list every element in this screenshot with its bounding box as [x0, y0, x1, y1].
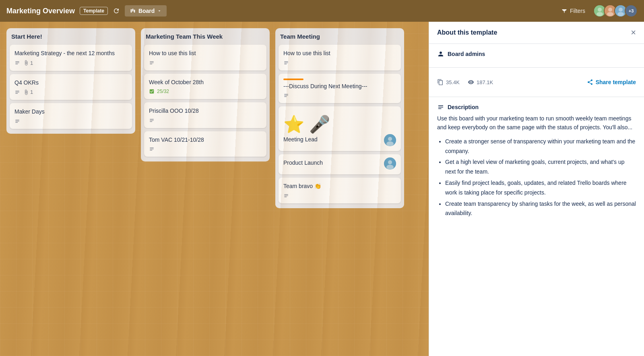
- views-value: 187.1K: [477, 79, 493, 85]
- board-label: Board: [138, 8, 155, 14]
- filters-label: Filters: [570, 8, 585, 14]
- card-footer: [149, 146, 262, 152]
- avatar-img: [384, 157, 396, 170]
- description-text: Use this board with your marketing team …: [437, 114, 636, 132]
- copy-icon: [437, 79, 444, 85]
- card-team-bravo[interactable]: Team bravo 👏: [279, 178, 401, 203]
- svg-point-7: [619, 8, 623, 12]
- filters-button[interactable]: Filters: [561, 8, 585, 14]
- share-icon: [587, 79, 593, 85]
- right-panel: About this template × Board admins 35.4K…: [429, 22, 644, 356]
- card-how-to-use-meeting[interactable]: How to use this list: [279, 45, 401, 70]
- views-stat: 187.1K: [468, 79, 493, 85]
- lines-icon: [149, 60, 155, 66]
- card-week-october[interactable]: Week of October 28th 25/32: [144, 74, 266, 99]
- card-title: Team bravo 👏: [283, 182, 396, 190]
- card-title: How to use this list: [283, 50, 396, 58]
- column-title-marketing-team: Marketing Team This Week: [144, 33, 266, 41]
- lines-icon: [14, 118, 20, 124]
- avatar-plus[interactable]: +3: [625, 4, 638, 17]
- checklist-icon: [149, 89, 155, 94]
- description-icon: [149, 60, 155, 66]
- paperclip-icon: [23, 60, 29, 66]
- board-view-button[interactable]: Board: [125, 5, 167, 17]
- lines-icon: [283, 193, 289, 199]
- card-avatar: [384, 157, 396, 170]
- lines-icon: [283, 93, 289, 98]
- card-meeting-lead[interactable]: ⭐ 🎤 Meeting Lead: [279, 106, 401, 151]
- card-footer: [149, 118, 262, 123]
- description-list: Create a stronger sense of transparency …: [437, 137, 636, 218]
- card-q4-okrs[interactable]: Q4 OKRs 1: [10, 74, 132, 100]
- eye-icon: [468, 79, 474, 85]
- card-footer: [283, 60, 396, 66]
- description-icon: [14, 89, 20, 95]
- card-tom-vac[interactable]: Tom VAC 10/21-10/28: [144, 131, 266, 157]
- copies-stat: 35.4K: [437, 79, 460, 85]
- svg-point-11: [386, 141, 394, 146]
- card-how-to-use-marketing[interactable]: How to use this list: [144, 45, 266, 70]
- description-icon: [149, 146, 155, 152]
- rotate-icon-btn[interactable]: [113, 7, 120, 14]
- svg-point-14: [386, 165, 394, 170]
- panel-title: About this template: [437, 29, 497, 36]
- panel-admins-section: Board admins: [429, 44, 644, 68]
- card-maker-days[interactable]: Maker Days: [10, 103, 132, 129]
- card-footer: 1: [14, 60, 127, 66]
- svg-point-1: [598, 8, 602, 12]
- panel-close-button[interactable]: ×: [631, 28, 636, 37]
- attachment-icon: 1: [23, 60, 33, 66]
- card-footer: [14, 118, 127, 124]
- lines-icon: [283, 60, 289, 66]
- admins-label: Board admins: [448, 51, 485, 57]
- column-marketing-team: Marketing Team This Week How to use this…: [141, 28, 270, 161]
- chevron-down-icon: [157, 8, 162, 13]
- stats-row: 35.4K 187.1K Share template: [437, 74, 636, 90]
- share-label: Share template: [596, 79, 636, 85]
- card-footer: [283, 193, 396, 199]
- card-progress: 25/32: [149, 89, 262, 94]
- card-priscilla-ooo[interactable]: Priscilla OOO 10/28: [144, 102, 266, 128]
- card-title: Marketing Strategy - the next 12 months: [14, 50, 127, 58]
- rotate-icon: [113, 7, 120, 14]
- panel-description-section: Description Use this board with your mar…: [429, 97, 644, 226]
- card-title: Maker Days: [14, 108, 127, 116]
- svg-point-13: [388, 160, 392, 164]
- svg-point-10: [388, 137, 392, 141]
- attachment-icon: 1: [23, 89, 33, 95]
- description-icon: [283, 93, 289, 98]
- card-title: How to use this list: [149, 50, 262, 58]
- svg-point-4: [608, 8, 612, 12]
- description-label: Description: [448, 104, 479, 110]
- description-icon: [437, 103, 444, 111]
- list-item: Create a stronger sense of transparency …: [445, 137, 636, 156]
- paperclip-icon: [23, 89, 29, 95]
- card-footer: [283, 93, 396, 98]
- lines-icon: [149, 146, 155, 152]
- card-discuss-next-meeting[interactable]: ---Discuss During Next Meeting---: [279, 74, 401, 103]
- card-emojis: ⭐ 🎤: [283, 114, 396, 134]
- svg-point-2: [597, 12, 603, 16]
- list-item: Easily find project leads, goals, update…: [445, 178, 636, 198]
- main-content: Start Here! Marketing Strategy - the nex…: [0, 22, 644, 356]
- attachment-count: 1: [30, 60, 33, 66]
- member-avatars: +3: [593, 4, 638, 17]
- svg-point-8: [617, 12, 624, 16]
- card-title: Priscilla OOO 10/28: [149, 107, 262, 115]
- description-icon: [14, 60, 20, 66]
- filter-icon: [561, 8, 568, 14]
- template-badge[interactable]: Template: [80, 7, 108, 15]
- list-item: Get a high level view of marketing goals…: [445, 157, 636, 177]
- card-marketing-strategy[interactable]: Marketing Strategy - the next 12 months …: [10, 45, 132, 71]
- description-icon: [14, 118, 20, 124]
- card-title: Tom VAC 10/21-10/28: [149, 136, 262, 144]
- card-title: ---Discuss During Next Meeting---: [283, 83, 396, 91]
- card-avatar: [384, 134, 396, 146]
- card-product-launch[interactable]: Product Launch: [279, 154, 401, 174]
- card-footer: [149, 60, 262, 66]
- description-section-title: Description: [437, 103, 636, 111]
- orange-label-bar: [283, 79, 303, 80]
- card-title: Meeting Lead: [283, 136, 318, 144]
- column-start-here: Start Here! Marketing Strategy - the nex…: [6, 28, 135, 134]
- share-template-button[interactable]: Share template: [587, 79, 636, 85]
